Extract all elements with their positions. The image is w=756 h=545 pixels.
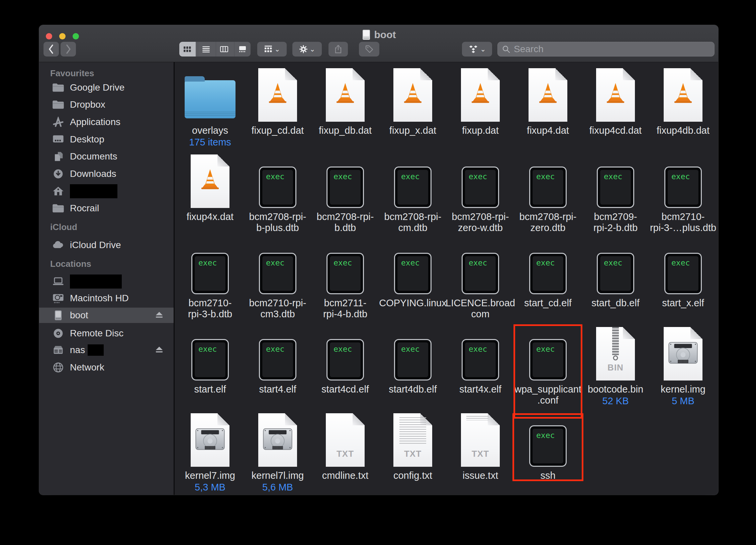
documents-icon xyxy=(52,151,65,162)
list-view-icon xyxy=(202,45,210,53)
file-item-bootcode-bin[interactable]: BIN bootcode.bin 52 KB xyxy=(582,324,649,411)
file-item-bcm2708-rpi-cm-dtb[interactable]: exec bcm2708-rpi-cm.dtb xyxy=(379,152,447,238)
tag-icon xyxy=(365,45,374,53)
sidebar-item-macintosh-hd[interactable]: Macintosh HD xyxy=(39,291,174,306)
file-item-fixup_db-dat[interactable]: fixup_db.dat xyxy=(311,66,379,152)
chevron-down-icon: ⌄ xyxy=(310,45,315,53)
sidebar-item-nas[interactable]: nas xyxy=(39,342,174,358)
file-item-start4x-elf[interactable]: exec start4x.elf xyxy=(447,324,514,411)
grid-view-icon xyxy=(183,45,192,53)
folder-icon xyxy=(52,82,65,93)
redaction-bar xyxy=(70,184,117,198)
file-item-bcm2708-rpi-b-plus-dtb[interactable]: exec bcm2708-rpi-b-plus.dtb xyxy=(244,152,311,238)
file-item-bcm2709-rpi-2-b-dtb[interactable]: exec bcm2709-rpi-2-b.dtb xyxy=(582,152,649,238)
back-button[interactable] xyxy=(43,42,59,57)
forward-button[interactable] xyxy=(61,42,76,57)
sidebar-item-rocrail[interactable]: Rocrail xyxy=(39,201,174,216)
file-item-fixup4db-dat[interactable]: fixup4db.dat xyxy=(649,66,717,152)
exec-file-icon: exec xyxy=(326,339,364,380)
dropbox-icon xyxy=(468,45,478,53)
exec-file-icon: exec xyxy=(462,253,499,294)
sidebar-item-documents[interactable]: Documents xyxy=(39,149,174,164)
eject-icon[interactable] xyxy=(154,346,164,354)
view-gallery-button[interactable] xyxy=(234,42,251,57)
chevron-left-icon xyxy=(48,44,55,54)
sidebar-item-desktop[interactable]: Desktop xyxy=(39,132,174,147)
exec-file-icon: exec xyxy=(529,425,567,467)
file-item-fixup4cd-dat[interactable]: fixup4cd.dat xyxy=(582,66,649,152)
file-item-issue-txt[interactable]: TXT issue.txt xyxy=(447,411,514,495)
folder-icon xyxy=(52,99,65,110)
volume-icon xyxy=(362,29,371,40)
traffic-cone-icon xyxy=(535,81,561,105)
sidebar-item-downloads[interactable]: Downloads xyxy=(39,166,174,182)
sidebar-section-locations: Locations xyxy=(50,259,91,269)
dropbox-button[interactable]: ⌄ xyxy=(462,42,492,57)
file-item-start4db-elf[interactable]: exec start4db.elf xyxy=(379,324,447,411)
search-input[interactable] xyxy=(514,44,710,54)
exec-file-icon: exec xyxy=(326,167,364,208)
file-item-fixup_cd-dat[interactable]: fixup_cd.dat xyxy=(244,66,311,152)
file-item-licence-broadcom[interactable]: exec LICENCE.broadcom xyxy=(447,238,514,324)
file-item-start_db-elf[interactable]: exec start_db.elf xyxy=(582,238,649,324)
view-switcher xyxy=(179,42,251,57)
eject-icon[interactable] xyxy=(154,311,164,320)
exec-file-icon: exec xyxy=(664,167,702,208)
group-by-button[interactable]: ⌄ xyxy=(257,42,287,57)
sidebar-item-laptop-redacted[interactable] xyxy=(39,274,174,289)
hard-drive-graphic xyxy=(667,341,699,366)
file-item-start4-elf[interactable]: exec start4.elf xyxy=(244,324,311,411)
file-item-kernel-img[interactable]: kernel.img 5 MB xyxy=(649,324,717,411)
view-list-button[interactable] xyxy=(198,42,214,57)
search-field[interactable] xyxy=(497,42,715,57)
disk-image-icon xyxy=(191,413,229,467)
action-menu-button[interactable]: ⌄ xyxy=(292,42,322,57)
file-item-fixup4-dat[interactable]: fixup4.dat xyxy=(514,66,582,152)
file-item-overlays[interactable]: overlays 175 items xyxy=(176,66,244,152)
window-title-text: boot xyxy=(374,29,396,40)
file-item-start_cd-elf[interactable]: exec start_cd.elf xyxy=(514,238,582,324)
sidebar-item-icloud-drive[interactable]: iCloud Drive xyxy=(39,237,174,253)
file-item-bcm2710-rpi-3-plus-dtb[interactable]: exec bcm2710-rpi-3-…plus.dtb xyxy=(649,152,717,238)
share-button[interactable] xyxy=(328,42,348,57)
file-item-bcm2708-rpi-zero-w-dtb[interactable]: exec bcm2708-rpi-zero-w.dtb xyxy=(447,152,514,238)
file-item-kernel7l-img[interactable]: kernel7l.img 5,6 MB xyxy=(244,411,311,495)
text-document-icon: TXT xyxy=(461,413,500,467)
file-item-bcm2710-rpi-3-b-dtb[interactable]: exec bcm2710-rpi-3-b.dtb xyxy=(176,238,244,324)
disk-image-icon xyxy=(664,327,702,380)
sidebar-item-google-drive[interactable]: Google Drive xyxy=(39,80,174,95)
sidebar-item-dropbox[interactable]: Dropbox xyxy=(39,97,174,112)
file-item-copying-linux[interactable]: exec COPYING.linux xyxy=(379,238,447,324)
file-item-bcm2708-rpi-zero-dtb[interactable]: exec bcm2708-rpi-zero.dtb xyxy=(514,152,582,238)
file-item-ssh[interactable]: exec ssh xyxy=(514,411,582,495)
file-item-start4cd-elf[interactable]: exec start4cd.elf xyxy=(311,324,379,411)
text-document-icon: TXT xyxy=(326,413,365,467)
sidebar-item-remote-disc[interactable]: Remote Disc xyxy=(39,326,174,341)
sidebar-item-network[interactable]: Network xyxy=(39,360,174,375)
sidebar-item-applications[interactable]: Applications xyxy=(39,114,174,130)
view-columns-button[interactable] xyxy=(216,42,232,57)
sidebar-item-boot[interactable]: boot xyxy=(39,308,174,323)
view-grid-button[interactable] xyxy=(179,42,196,57)
exec-file-icon: exec xyxy=(394,167,432,208)
file-item-fixup_x-dat[interactable]: fixup_x.dat xyxy=(379,66,447,152)
file-item-kernel7-img[interactable]: kernel7.img 5,3 MB xyxy=(176,411,244,495)
finder-window: boot ⌄ ⌄ xyxy=(39,25,718,495)
file-item-bcm2710-rpi-cm3-dtb[interactable]: exec bcm2710-rpi-cm3.dtb xyxy=(244,238,311,324)
traffic-cone-icon xyxy=(670,81,696,105)
file-item-start-elf[interactable]: exec start.elf xyxy=(176,324,244,411)
file-item-config-txt[interactable]: TXT config.txt xyxy=(379,411,447,495)
file-item-bcm2708-rpi-b-dtb[interactable]: exec bcm2708-rpi-b.dtb xyxy=(311,152,379,238)
file-item-fixup4x-dat[interactable]: fixup4x.dat xyxy=(176,152,244,238)
laptop-icon xyxy=(52,276,65,287)
file-item-start_x-elf[interactable]: exec start_x.elf xyxy=(649,238,717,324)
downloads-icon xyxy=(52,169,65,179)
vlc-document-icon xyxy=(326,68,365,122)
file-item-fixup-dat[interactable]: fixup.dat xyxy=(447,66,514,152)
file-item-bcm2711-rpi-4-b-dtb[interactable]: exec bcm2711-rpi-4-b.dtb xyxy=(311,238,379,324)
tag-button[interactable] xyxy=(359,42,379,57)
file-item-cmdline-txt[interactable]: TXT cmdline.txt xyxy=(311,411,379,495)
sidebar-item-home-redacted[interactable] xyxy=(39,184,174,199)
file-item-wpa_supplicant-conf[interactable]: exec wpa_supplicant.conf xyxy=(514,324,582,411)
text-lines-graphic xyxy=(399,417,426,444)
